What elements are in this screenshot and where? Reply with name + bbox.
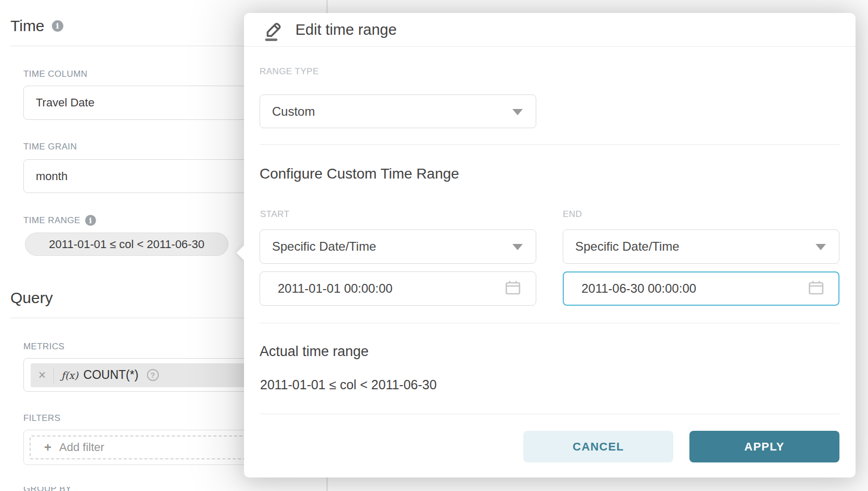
start-label: START bbox=[260, 209, 290, 220]
end-type-value: Specific Date/Time bbox=[575, 239, 680, 254]
filters-label: FILTERS bbox=[23, 413, 60, 424]
plus-icon: + bbox=[44, 441, 51, 454]
popover-title: Edit time range bbox=[295, 21, 397, 38]
query-section-title: Query bbox=[10, 289, 53, 307]
chevron-down-icon bbox=[512, 244, 523, 250]
actual-range-value: 2011-01-01 ≤ col < 2011-06-30 bbox=[260, 377, 437, 392]
metrics-label: METRICS bbox=[23, 342, 64, 352]
apply-button[interactable]: APPLY bbox=[689, 431, 839, 462]
time-range-pill[interactable]: 2011-01-01 ≤ col < 2011-06-30 bbox=[25, 233, 228, 256]
explore-page: Time i TIME COLUMN Travel Date TIME GRAI… bbox=[0, 0, 868, 491]
time-section-title: Time i bbox=[10, 17, 63, 35]
time-section-label: Time bbox=[10, 17, 45, 35]
time-range-label: TIME RANGE i bbox=[23, 215, 96, 226]
end-datetime-input[interactable] bbox=[563, 271, 839, 306]
cancel-button[interactable]: CANCEL bbox=[523, 431, 673, 462]
time-column-label: TIME COLUMN bbox=[23, 69, 87, 79]
configure-heading: Configure Custom Time Range bbox=[260, 166, 459, 182]
range-type-select[interactable]: Custom bbox=[260, 94, 536, 128]
time-grain-value: month bbox=[36, 170, 67, 183]
metric-help-icon[interactable]: ? bbox=[147, 369, 159, 381]
remove-metric-icon[interactable]: × bbox=[31, 367, 53, 383]
time-info-icon[interactable]: i bbox=[52, 20, 63, 32]
time-range-label-text: TIME RANGE bbox=[23, 215, 80, 226]
chip-separator bbox=[53, 367, 54, 383]
popover-divider-3 bbox=[260, 414, 839, 414]
start-type-select[interactable]: Specific Date/Time bbox=[260, 229, 536, 264]
time-grain-label: TIME GRAIN bbox=[23, 142, 77, 152]
start-type-value: Specific Date/Time bbox=[272, 239, 376, 254]
range-type-value: Custom bbox=[272, 104, 315, 119]
time-column-value: Travel Date bbox=[36, 96, 94, 110]
end-type-select[interactable]: Specific Date/Time bbox=[563, 229, 839, 264]
end-label: END bbox=[563, 209, 582, 220]
function-icon: ƒ(x) bbox=[61, 370, 78, 381]
time-range-pill-value: 2011-01-01 ≤ col < 2011-06-30 bbox=[49, 238, 204, 251]
actual-range-heading: Actual time range bbox=[260, 344, 369, 360]
calendar-icon[interactable] bbox=[505, 280, 521, 297]
end-datetime-field bbox=[563, 271, 839, 306]
range-type-label: RANGE TYPE bbox=[260, 66, 319, 77]
group-by-label: GROUP BY bbox=[23, 487, 72, 491]
time-range-info-icon[interactable]: i bbox=[85, 215, 96, 226]
start-datetime-field bbox=[260, 271, 536, 306]
edit-time-range-popover: Edit time range RANGE TYPE Custom Config… bbox=[244, 13, 856, 478]
edit-pencil-icon bbox=[262, 18, 284, 42]
query-section-label: Query bbox=[10, 289, 53, 307]
start-datetime-input[interactable] bbox=[260, 271, 536, 306]
popover-header: Edit time range bbox=[244, 13, 856, 47]
chevron-down-icon bbox=[816, 244, 826, 250]
add-filter-label: Add filter bbox=[59, 441, 104, 454]
chevron-down-icon bbox=[512, 109, 523, 115]
popover-divider-1 bbox=[260, 144, 839, 145]
metric-chip-label: COUNT(*) bbox=[84, 368, 139, 382]
popover-divider-2 bbox=[260, 323, 839, 323]
calendar-icon[interactable] bbox=[808, 280, 824, 297]
